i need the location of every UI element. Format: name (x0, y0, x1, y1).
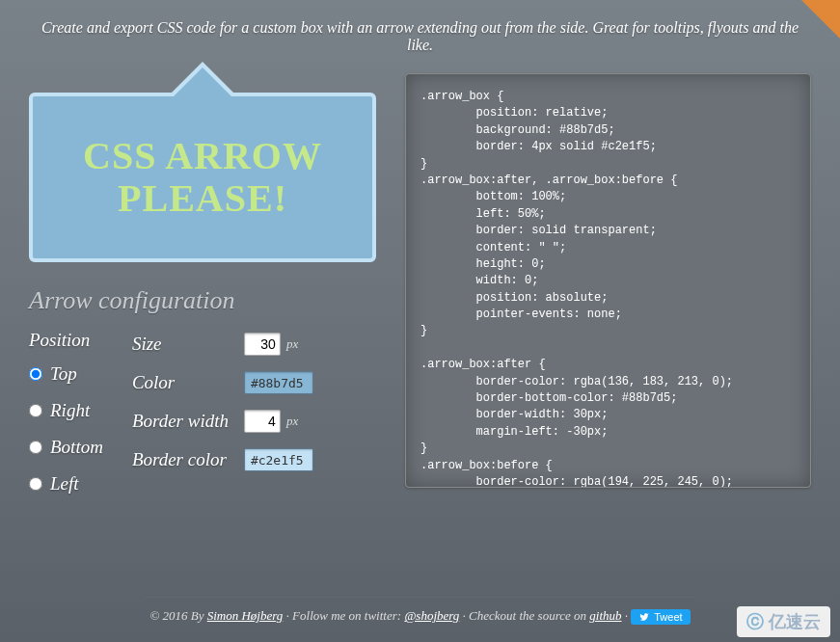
border-color-input[interactable] (244, 448, 313, 471)
config-heading: Arrow configuration (29, 286, 376, 315)
footer-checkout: · Checkout the source on (459, 608, 589, 623)
position-option-bottom[interactable]: Bottom (50, 437, 103, 458)
corner-ribbon (801, 0, 840, 39)
position-radio-left[interactable] (29, 477, 42, 491)
position-option-left[interactable]: Left (50, 473, 79, 495)
position-option-top[interactable]: Top (50, 363, 77, 385)
tagline: Create and export CSS code for a custom … (0, 0, 840, 64)
author-link[interactable]: Simon Højberg (207, 608, 284, 623)
size-unit: px (286, 336, 298, 352)
footer-follow: · Follow me on twitter: (283, 608, 404, 623)
watermark: ⓒ 亿速云 (737, 606, 830, 637)
preview-title: CSS ARROW PLEASE! (52, 135, 353, 220)
size-input[interactable] (244, 333, 281, 356)
github-link[interactable]: github (589, 608, 621, 623)
border-width-label: Border width (132, 411, 238, 432)
border-width-input[interactable] (244, 410, 281, 433)
footer-year: © 2016 By (149, 608, 206, 623)
position-radio-right[interactable] (29, 404, 42, 417)
color-label: Color (132, 372, 238, 393)
border-color-label: Border color (132, 449, 238, 470)
twitter-icon (638, 612, 650, 622)
footer-end: · (622, 608, 632, 623)
position-radio-bottom[interactable] (29, 441, 42, 454)
border-width-unit: px (286, 414, 298, 429)
position-option-right[interactable]: Right (50, 400, 90, 421)
size-label: Size (132, 334, 238, 355)
color-input[interactable] (244, 371, 313, 394)
footer: © 2016 By Simon Højberg · Follow me on t… (0, 597, 840, 625)
twitter-link[interactable]: @shojberg (404, 608, 459, 623)
code-output[interactable]: .arrow_box { position: relative; backgro… (405, 73, 811, 488)
preview-box: CSS ARROW PLEASE! (29, 93, 376, 262)
position-label: Position (29, 330, 103, 351)
position-radio-top[interactable] (29, 367, 42, 381)
tweet-button[interactable]: Tweet (631, 609, 690, 625)
